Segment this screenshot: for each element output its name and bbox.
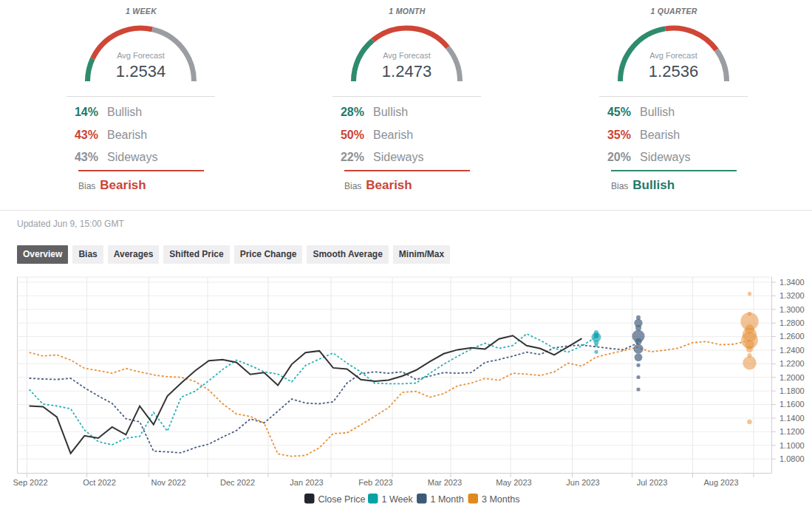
svg-text:Feb 2023: Feb 2023 — [358, 478, 392, 487]
svg-text:1.1400: 1.1400 — [779, 414, 805, 423]
svg-text:1.2800: 1.2800 — [779, 318, 805, 327]
svg-text:1.2400: 1.2400 — [779, 346, 805, 355]
svg-text:1.2200: 1.2200 — [779, 359, 805, 368]
svg-text:1.1200: 1.1200 — [779, 427, 805, 436]
svg-text:Dec 2022: Dec 2022 — [220, 478, 255, 487]
svg-text:1.1800: 1.1800 — [779, 386, 805, 395]
svg-text:Jul 2023: Jul 2023 — [637, 478, 668, 487]
svg-text:1.3400: 1.3400 — [779, 278, 805, 287]
svg-text:1 Month: 1 Month — [431, 494, 464, 505]
svg-text:Mar 2023: Mar 2023 — [428, 478, 462, 487]
svg-text:1.2600: 1.2600 — [779, 332, 805, 341]
svg-text:1.1600: 1.1600 — [779, 400, 805, 409]
svg-text:Close Price: Close Price — [318, 494, 366, 505]
svg-text:1 Week: 1 Week — [382, 494, 414, 505]
svg-text:1.2000: 1.2000 — [779, 373, 805, 382]
svg-text:Oct 2022: Oct 2022 — [83, 478, 116, 487]
svg-text:Jun 2023: Jun 2023 — [566, 478, 599, 487]
svg-text:Aug 2023: Aug 2023 — [703, 478, 738, 487]
svg-text:May 2023: May 2023 — [496, 478, 531, 487]
svg-text:Sep 2022: Sep 2022 — [13, 478, 47, 487]
svg-text:1.3200: 1.3200 — [779, 291, 805, 300]
svg-text:1.3000: 1.3000 — [779, 305, 805, 314]
svg-text:1.1000: 1.1000 — [779, 441, 805, 450]
svg-text:3 Months: 3 Months — [482, 494, 519, 505]
svg-text:Jan 2023: Jan 2023 — [290, 478, 323, 487]
svg-text:1.0800: 1.0800 — [779, 454, 805, 463]
svg-text:Nov 2022: Nov 2022 — [151, 478, 185, 487]
